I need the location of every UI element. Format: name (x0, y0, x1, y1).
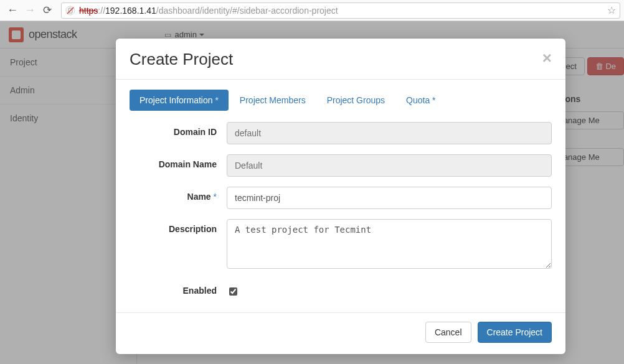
required-asterisk: * (215, 95, 218, 105)
site-security-icon (65, 6, 75, 16)
address-text: https://192.168.1.41/dashboard/identity/… (79, 6, 603, 16)
url-path: /dashboard/identity/#/sidebar-accordion-… (156, 6, 338, 16)
description-field[interactable] (227, 219, 552, 269)
project-name-field[interactable] (227, 187, 552, 209)
tab-project-information[interactable]: Project Information * (130, 90, 229, 111)
create-project-button[interactable]: Create Project (478, 322, 552, 343)
url-host: 192.168.1.41 (105, 6, 156, 16)
tab-label: Project Members (240, 95, 306, 105)
modal-tabs: Project Information * Project Members Pr… (130, 90, 552, 111)
close-icon[interactable]: × (542, 50, 552, 66)
required-asterisk: * (214, 192, 217, 202)
label-enabled: Enabled (130, 281, 227, 296)
cancel-button[interactable]: Cancel (425, 322, 471, 343)
modal-title: Create Project (130, 50, 233, 69)
label-domain-id: Domain ID (130, 122, 227, 137)
bookmark-star-icon[interactable]: ☆ (607, 4, 616, 16)
tab-quota[interactable]: Quota * (396, 90, 445, 111)
tab-label: Project Information (139, 95, 213, 105)
domain-id-field (227, 122, 552, 144)
url-scheme: https (79, 6, 98, 16)
modal-header: Create Project × (116, 39, 565, 80)
domain-name-field (227, 154, 552, 177)
nav-forward-button[interactable]: → (21, 2, 39, 19)
required-asterisk: * (432, 95, 435, 105)
reload-button[interactable]: ⟳ (39, 2, 56, 19)
label-description: Description (130, 219, 227, 234)
tab-label: Quota (406, 95, 430, 105)
nav-back-button[interactable]: ← (4, 2, 21, 19)
modal-footer: Cancel Create Project (116, 312, 565, 354)
browser-toolbar: ← → ⟳ https://192.168.1.41/dashboard/ide… (0, 0, 624, 21)
label-domain-name: Domain Name (130, 154, 227, 169)
tab-label: Project Groups (327, 95, 385, 105)
address-bar[interactable]: https://192.168.1.41/dashboard/identity/… (61, 2, 620, 19)
label-name: Name * (130, 187, 227, 202)
enabled-checkbox[interactable] (229, 287, 237, 296)
tab-project-members[interactable]: Project Members (230, 90, 316, 111)
tab-project-groups[interactable]: Project Groups (317, 90, 395, 111)
modal-body: Project Information * Project Members Pr… (116, 80, 565, 312)
create-project-modal: Create Project × Project Information * P… (116, 39, 565, 354)
